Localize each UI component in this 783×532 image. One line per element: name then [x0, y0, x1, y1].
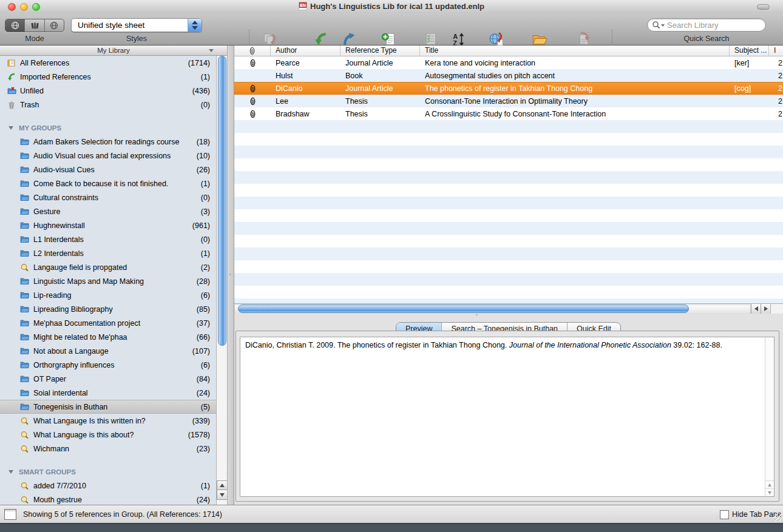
- reference-row[interactable]: Hulst Book Autosegmental studies on pitc…: [234, 69, 783, 82]
- group-folder-icon: [20, 361, 29, 369]
- sidebar-scroll-down-button[interactable]: [217, 490, 228, 500]
- sidebar-group-item[interactable]: Wichmann (23): [0, 442, 216, 456]
- sidebar-group-item[interactable]: Come Back to because it is not finished.…: [0, 177, 216, 190]
- sidebar-group-item[interactable]: Lip-reading (6): [0, 288, 216, 302]
- sidebar-group-item[interactable]: OT Paper (84): [0, 372, 216, 386]
- quick-search-group: Quick Search: [647, 15, 766, 44]
- sidebar-smart-group-item[interactable]: added 7/7/2010 (1): [0, 479, 216, 493]
- sidebar-group-item[interactable]: Not about a Langauge (107): [0, 344, 216, 358]
- layout-widget[interactable]: [4, 509, 16, 520]
- scroll-left-button[interactable]: [751, 304, 761, 314]
- column-header-clipped[interactable]: I: [769, 45, 783, 56]
- sidebar-group-item[interactable]: Linguistic Maps and Map Making (28): [0, 274, 216, 288]
- window-resize-grip[interactable]: [774, 514, 782, 522]
- attachment-cell: [234, 59, 271, 67]
- group-folder-icon: [20, 333, 29, 341]
- column-header-title[interactable]: Title: [420, 45, 730, 56]
- integrated-mode-icon: [10, 21, 20, 30]
- sidebar-group-item[interactable]: Me'phaa Documentation project (37): [0, 316, 216, 330]
- smart-group-icon: [20, 431, 29, 439]
- sidebar-group-item[interactable]: L2 Interdentals (1): [0, 246, 216, 260]
- clipped-cell: 2: [769, 84, 783, 93]
- window-title: ENHugh's Linguistics Lib for ical 11 upd…: [0, 2, 783, 11]
- preview-scroll-down-button[interactable]: [765, 488, 774, 496]
- status-message: Showing 5 of 5 references in Group. (All…: [23, 510, 222, 519]
- toolbar-toggle-pill[interactable]: [757, 4, 770, 10]
- smart-groups-section-header[interactable]: SMART GROUPS: [0, 465, 216, 479]
- sidebar-group-item[interactable]: What Langauge Is this written in? (339): [0, 414, 216, 428]
- table-horizontal-scrollbar[interactable]: [234, 303, 783, 314]
- item-count: (23): [197, 445, 210, 453]
- sidebar-group-item[interactable]: Langauge field is propgated (2): [0, 260, 216, 274]
- sidebar-item-unfiled[interactable]: Unfiled (436): [0, 84, 216, 98]
- reference-row[interactable]: Pearce Journal Article Kera tone and voi…: [234, 56, 783, 69]
- integrated-mode-button[interactable]: [5, 19, 25, 32]
- reference-table: Author Reference Type Title Subject ... …: [234, 45, 783, 314]
- quick-search-field[interactable]: [647, 18, 766, 32]
- online-search-mode-button[interactable]: [45, 19, 64, 32]
- scroll-right-button[interactable]: [761, 304, 770, 314]
- sidebar-group-item[interactable]: Adam Bakers Selection for readings cours…: [0, 135, 216, 149]
- sidebar-group-item[interactable]: Lipreading Bibliography (85): [0, 302, 216, 316]
- reference-type-cell: Journal Article: [341, 84, 420, 93]
- sidebar-group-item[interactable]: Audio-visual Cues (26): [0, 163, 216, 177]
- search-input[interactable]: [667, 21, 752, 30]
- import-icon: [313, 29, 329, 47]
- sidebar-smart-group-item[interactable]: Mouth gestrue (24): [0, 493, 216, 505]
- my-groups-section-header[interactable]: MY GROUPS: [0, 121, 216, 135]
- sidebar-group-item[interactable]: Gesture (3): [0, 204, 216, 218]
- pane-resize-dimple-icon[interactable]: ⌃: [475, 314, 479, 319]
- sidebar-group-item[interactable]: Orthorgraphy influences (6): [0, 358, 216, 372]
- item-count: (66): [197, 333, 210, 342]
- preview-scrollbar[interactable]: [765, 337, 774, 496]
- sidebar-item-trash[interactable]: Trash (0): [0, 98, 216, 112]
- reference-row[interactable]: DiCanio Journal Article The phonetics of…: [234, 82, 783, 95]
- sidebar-scroll-up-button[interactable]: [217, 480, 228, 490]
- hscroll-thumb[interactable]: [238, 305, 689, 313]
- reference-row[interactable]: Lee Thesis Consonant-Tone Interaction in…: [234, 95, 783, 107]
- item-count: (26): [197, 166, 210, 174]
- author-cell: Pearce: [271, 59, 341, 67]
- sidebar-scrollbar-thumb[interactable]: [218, 56, 226, 346]
- group-folder-icon: [20, 235, 29, 243]
- sidebar-group-item[interactable]: What Language is this about? (1578): [0, 428, 216, 442]
- styles-popup[interactable]: Unified style sheet: [71, 18, 202, 32]
- pane-splitter[interactable]: ‹: [227, 45, 234, 505]
- scroll-down-icon: [768, 491, 771, 494]
- preview-scroll-up-button[interactable]: [765, 480, 774, 488]
- column-header-author[interactable]: Author: [271, 45, 341, 56]
- title-cell: Consonant-Tone Interaction in Optimality…: [420, 97, 730, 106]
- item-count: (1714): [188, 59, 210, 67]
- local-library-mode-button[interactable]: [25, 19, 44, 32]
- column-header-reference-type[interactable]: Reference Type: [341, 45, 420, 56]
- sidebar-header[interactable]: My Library: [0, 45, 227, 56]
- sidebar-group-item[interactable]: Audio Visual cues and facial expressions…: [0, 149, 216, 163]
- author-cell: Lee: [271, 97, 341, 106]
- sidebar-group-item[interactable]: Soial interdental (24): [0, 386, 216, 400]
- sidebar-group-item[interactable]: Hughnewinstall (961): [0, 218, 216, 232]
- hide-tab-pane-checkbox[interactable]: [720, 510, 729, 519]
- group-label: Orthorgraphy influences: [33, 361, 114, 369]
- clipped-cell: 2: [769, 72, 783, 80]
- reference-row[interactable]: Bradshaw Thesis A Crosslinguistic Study …: [234, 107, 783, 120]
- sidebar-group-item[interactable]: L1 Interdentals (0): [0, 232, 216, 246]
- sidebar-item-all-references[interactable]: All References (1714): [0, 56, 216, 70]
- group-label: Audio-visual Cues: [33, 166, 95, 174]
- table-body: Pearce Journal Article Kera tone and voi…: [234, 56, 783, 303]
- preview-pane-box: DiCanio, Christian T. 2009. The phonetic…: [236, 331, 779, 502]
- mode-group: Mode: [5, 15, 64, 44]
- sidebar-group-item[interactable]: Tonegenisis in Buthan (5): [0, 400, 216, 414]
- column-header-subject[interactable]: Subject ...: [730, 45, 769, 56]
- sidebar-item-imported-references[interactable]: Imported References (1): [0, 70, 216, 84]
- styles-group: Unified style sheet Styles: [71, 15, 202, 44]
- column-header-attachment[interactable]: [234, 45, 271, 56]
- hscroll-track[interactable]: [234, 304, 751, 314]
- sidebar-group-item[interactable]: Might be related to Me'phaa (66): [0, 330, 216, 344]
- group-label: L2 Interdentals: [33, 249, 84, 258]
- group-folder-icon: [20, 305, 29, 313]
- new-reference-icon: [381, 29, 397, 47]
- sidebar-group-item[interactable]: Cultural constraints (0): [0, 190, 216, 204]
- online-search-mode-icon: [49, 21, 59, 30]
- item-count: (6): [201, 361, 210, 369]
- sidebar-scrollbar[interactable]: [216, 56, 227, 505]
